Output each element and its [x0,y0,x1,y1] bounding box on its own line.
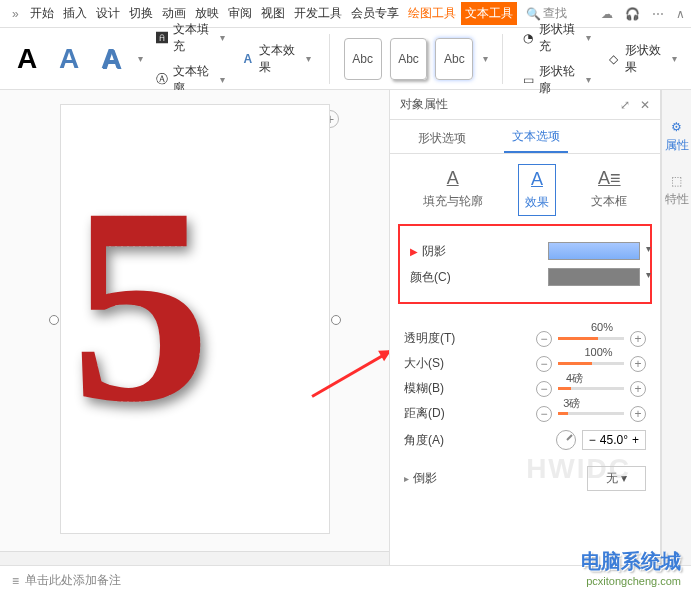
sidetab-traits[interactable]: ⬚特性 [665,174,689,208]
opacity-slider[interactable]: − 60% + [536,331,646,347]
collapse-icon[interactable]: ∧ [676,7,685,21]
reflection-none-button[interactable]: 无 ▾ [587,466,646,491]
separator [502,34,503,84]
menu-member[interactable]: 会员专享 [347,2,403,25]
close-icon[interactable]: ✕ [640,98,650,112]
sidetab-props-label: 属性 [665,137,689,154]
shape-styles-more-icon[interactable]: ▾ [483,53,488,64]
size-label: 大小(S) [404,355,444,372]
subtab-fill-outline[interactable]: A填充与轮廓 [417,164,489,216]
angle-dial[interactable] [556,430,576,450]
angle-input[interactable]: −45.0°+ [582,430,646,450]
wordart-more-icon[interactable]: ▾ [138,53,143,64]
subtab-effects[interactable]: A效果 [518,164,556,216]
size-value: 100% [584,346,612,358]
opacity-value: 60% [591,321,613,333]
increase-button[interactable]: + [630,331,646,347]
shape-fill-button[interactable]: ◔形状填充▾ [517,19,595,57]
separator [329,34,330,84]
tab-shape-options[interactable]: 形状选项 [410,124,474,153]
angle-value: 45.0° [600,433,628,447]
overflow-icon[interactable]: » [6,7,25,21]
menu-text-tools[interactable]: 文本工具 [461,2,517,25]
sliders-icon: ⚙ [671,120,682,134]
blur-label: 模糊(B) [404,380,444,397]
headset-icon[interactable]: 🎧 [625,7,640,21]
wordart-style-3[interactable]: A [94,37,128,81]
increase-button[interactable]: + [630,356,646,372]
increase-button[interactable]: + [630,406,646,422]
cloud-icon[interactable]: ☁ [601,7,613,21]
text-fill-button[interactable]: 🅰文本填充▾ [151,19,229,57]
subtab-fx-label: 效果 [525,194,549,211]
resize-handle-right[interactable] [331,315,341,325]
subtab-textbox-label: 文本框 [591,193,627,210]
subtab-textbox[interactable]: A≡文本框 [585,164,633,216]
menu-insert[interactable]: 插入 [59,2,91,25]
text-effects-button[interactable]: A文本效果▾ [237,40,315,78]
canvas-area[interactable]: + 5 [0,90,390,565]
shape-effects-label: 形状效果 [625,42,666,76]
text-fill-label: 文本填充 [173,21,214,55]
blur-value: 4磅 [566,371,583,386]
more-icon[interactable]: ⋯ [652,7,664,21]
horizontal-scrollbar[interactable] [0,551,389,565]
cube-icon: ⬚ [671,174,682,188]
distance-value: 3磅 [563,396,580,411]
menu-start[interactable]: 开始 [26,2,58,25]
notes-placeholder: 单击此处添加备注 [25,572,121,589]
distance-label: 距离(D) [404,405,445,422]
shadow-preset-picker[interactable] [548,242,640,260]
increase-button[interactable]: + [630,381,646,397]
none-label: 无 [606,471,618,485]
decrease-button[interactable]: − [536,356,552,372]
slide[interactable]: 5 [60,104,330,534]
size-slider[interactable]: − 100% + [536,356,646,372]
highlight-box: ▶阴影 颜色(C) [398,224,652,304]
distance-slider[interactable]: − 3磅 + [536,406,646,422]
resize-handle-left[interactable] [49,315,59,325]
wordart-style-2[interactable]: A [52,37,86,81]
side-tabs: ⚙属性 ⬚特性 [661,90,691,565]
blur-slider[interactable]: − 4磅 + [536,381,646,397]
shape-style-1[interactable]: Abc [344,38,382,80]
text-effects-label: 文本效果 [259,42,300,76]
opacity-label: 透明度(T) [404,330,455,347]
properties-panel: 对象属性 ⤢✕ 形状选项 文本选项 A填充与轮廓 A效果 A≡文本框 ▶阴影 颜… [390,90,661,565]
shape-effects-button[interactable]: ◇形状效果▾ [603,40,681,78]
ribbon: A A A ▾ 🅰文本填充▾ Ⓐ文本轮廓▾ A文本效果▾ Abc Abc Abc… [0,28,691,90]
sidetab-properties[interactable]: ⚙属性 [665,120,689,154]
reflection-heading[interactable]: 倒影 [413,471,437,485]
menu-devtools[interactable]: 开发工具 [290,2,346,25]
pin-icon[interactable]: ⤢ [620,98,630,112]
subtab-fill-label: 填充与轮廓 [423,193,483,210]
menu-design[interactable]: 设计 [92,2,124,25]
panel-title: 对象属性 [400,96,448,113]
wordart-style-1[interactable]: A [10,37,44,81]
tab-text-options[interactable]: 文本选项 [504,122,568,153]
angle-label: 角度(A) [404,432,444,449]
decrease-button[interactable]: − [536,331,552,347]
shadow-heading[interactable]: 阴影 [422,244,446,258]
decrease-button[interactable]: − [536,381,552,397]
menu-drawing-tools[interactable]: 绘图工具 [404,2,460,25]
notes-icon: ≡ [12,574,19,588]
sidetab-traits-label: 特性 [665,191,689,208]
shadow-color-picker[interactable] [548,268,640,286]
shape-fill-label: 形状填充 [539,21,580,55]
shape-style-3[interactable]: Abc [435,38,473,80]
notes-bar[interactable]: ≡ 单击此处添加备注 [0,565,691,595]
color-label: 颜色(C) [410,269,451,286]
decrease-button[interactable]: − [536,406,552,422]
menu-view[interactable]: 视图 [257,2,289,25]
text-object[interactable]: 5 [71,165,211,445]
shape-style-2[interactable]: Abc [390,38,428,80]
